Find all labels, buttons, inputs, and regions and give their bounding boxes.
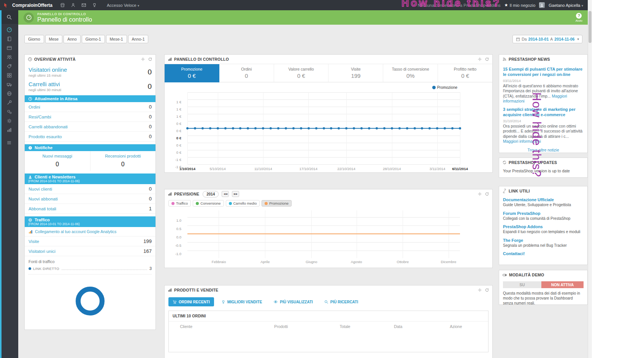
stat-link[interactable]: Visite	[29, 239, 39, 244]
useful-link[interactable]: Documentazione Ufficiale	[503, 197, 584, 202]
metric-tab-profitto-netto[interactable]: Profitto netto0 €	[438, 64, 492, 82]
news-articles: 15 Esempi di pulsanti CTA per stimolare …	[499, 67, 587, 144]
sidebar-item-stats[interactable]	[0, 125, 18, 134]
customers-rows: Nuovi clienti 0 Nuovi abbonati 0 Abbonat…	[25, 184, 155, 214]
legend-toggle[interactable]: Conversione	[193, 200, 224, 207]
stat-link[interactable]: Resi/Cambi	[29, 115, 51, 119]
legend-toggle[interactable]: Traffico	[168, 200, 191, 207]
useful-links-panel: LINK UTILI Documentazione Ufficiale Guid…	[499, 186, 588, 265]
sidebar-item-administration[interactable]	[0, 116, 18, 125]
stat-link[interactable]: Visitatori unici	[29, 249, 56, 254]
date-range-picker[interactable]: Da2014-10-01 A2014-11-06 ▾	[512, 35, 582, 43]
demo-description: Questa modalità mostra dei dati di esemp…	[499, 291, 587, 305]
sidebar-item-orders[interactable]	[0, 43, 18, 52]
metric-tab-tasso-conversione[interactable]: Tasso di conversione0%	[383, 64, 438, 82]
range-button[interactable]: Giorno-1	[82, 35, 105, 43]
customer-icon[interactable]	[71, 3, 76, 8]
stat-value: 199	[143, 238, 152, 244]
next-period-button[interactable]: ▶▶	[232, 191, 239, 197]
vertical-scrollbar[interactable]	[588, 0, 592, 358]
sidebar-item-price-rules[interactable]	[0, 62, 18, 71]
tab-piu-ricercati[interactable]: PIÙ RICERCATI	[320, 297, 362, 306]
sidebar-collapse-toggle[interactable]	[0, 138, 18, 147]
user-menu[interactable]: Gaetano Apicella▾	[549, 3, 583, 8]
panel-refresh-icon[interactable]	[148, 57, 152, 62]
stat-link[interactable]: Ordini	[29, 105, 40, 109]
shop-icon[interactable]	[60, 3, 65, 8]
metric-tab-promozione[interactable]: Promozione0 €	[165, 64, 219, 82]
panel-settings-icon[interactable]	[141, 57, 145, 62]
legend-dot	[432, 86, 436, 89]
notification-link[interactable]: Nuovi messaggi	[25, 154, 90, 158]
quick-access-menu[interactable]: Accesso Veloce▾	[107, 3, 139, 8]
stat-link[interactable]: Prodotto esaurito	[29, 134, 62, 139]
panel-settings-icon[interactable]	[477, 192, 482, 196]
demo-on-button[interactable]: SU	[503, 281, 541, 288]
sidebar-item-customers[interactable]	[0, 52, 18, 62]
tab-ordini-recenti[interactable]: ORDINI RECENTI	[168, 297, 214, 306]
messages-icon[interactable]	[81, 3, 86, 8]
y-axis-tick: 0 €	[176, 150, 181, 155]
useful-link[interactable]: Contattaci!	[503, 251, 584, 256]
range-button[interactable]: Mese	[45, 35, 63, 43]
stat-link[interactable]: Nuovi abbonati	[29, 197, 58, 201]
metric-tab-ordini[interactable]: Ordini0	[219, 64, 274, 82]
sidebar-item-modules[interactable]	[0, 71, 18, 80]
more-news-link[interactable]: Trova altre notizie	[499, 144, 587, 153]
notification-link[interactable]: Recensioni prodotti	[90, 154, 156, 158]
metric-tab-visite[interactable]: Visite199	[328, 64, 383, 82]
sidebar-item-advanced-parameters[interactable]	[0, 107, 18, 116]
clock-icon	[28, 97, 32, 101]
year-selector[interactable]: 2014	[203, 191, 219, 197]
metric-tab-valore-carrello[interactable]: Valore carrello0 €	[274, 64, 329, 82]
useful-links-list: Documentazione Ufficiale Guide Utente, S…	[499, 196, 587, 258]
news-article-link[interactable]: 3 semplici strategie di marketing per ac…	[503, 107, 584, 118]
panel-refresh-icon[interactable]	[485, 288, 489, 292]
legend-toggle[interactable]: Carrello medio	[226, 200, 260, 207]
range-button[interactable]: Giorno	[24, 35, 44, 43]
stat-link[interactable]: Nuovi clienti	[29, 187, 52, 191]
demo-off-button[interactable]: NON ATTIVA	[541, 281, 584, 288]
range-button[interactable]: Mese-1	[106, 35, 127, 43]
avatar[interactable]	[539, 2, 545, 8]
scrollbar-thumb[interactable]	[588, 11, 592, 43]
panel-refresh-icon[interactable]	[485, 57, 489, 62]
sidebar-item-shipping[interactable]	[0, 80, 18, 89]
trophy-icon[interactable]	[92, 3, 97, 8]
tab-piu-visualizzati[interactable]: PIÙ VISUALIZZATI	[269, 297, 317, 306]
useful-link[interactable]: The Forge	[503, 238, 584, 243]
addons-connection-status[interactable]: Nessuna connessione a PrestaShop Addons	[411, 3, 501, 8]
my-shop-link[interactable]: ★ Il mio negozio	[504, 3, 536, 8]
previous-period-button[interactable]: ◀◀	[222, 191, 229, 197]
stat-link[interactable]: Carrelli abbandonati	[29, 125, 68, 129]
useful-link[interactable]: Forum PrestaShop	[503, 211, 584, 216]
y-axis-tick: 0 €	[176, 121, 181, 126]
online-visitors-link[interactable]: Visitatori online	[29, 66, 67, 73]
read-more-link[interactable]: Maggiori informazioni	[503, 139, 541, 144]
sidebar-item-catalog[interactable]	[0, 34, 18, 43]
search-icon[interactable]	[0, 10, 18, 24]
google-analytics-link[interactable]: Collegamento al tuo account Google Analy…	[25, 227, 155, 237]
brand[interactable]: CompraloinOfferta	[12, 3, 52, 8]
tab-migliori-vendite[interactable]: MIGLIORI VENDITE	[217, 297, 266, 306]
stat-link[interactable]: Abbonati totali	[29, 207, 56, 211]
chart-legend[interactable]: Promozione	[432, 85, 457, 90]
active-carts-row: Carrelli attivi negli ultimi 30 minuti 0	[25, 78, 155, 93]
y-axis-tick: 0.0	[176, 235, 181, 239]
sidebar-item-localization[interactable]	[0, 89, 18, 98]
y-axis-tick: 1 €	[176, 100, 181, 104]
legend-toggle[interactable]: Promozione	[262, 200, 292, 207]
sidebar-item-preferences[interactable]	[0, 98, 18, 107]
panel-refresh-icon[interactable]	[485, 192, 489, 196]
panel-settings-icon[interactable]	[477, 57, 482, 62]
x-axis-tick: 6/11/2014	[452, 167, 468, 171]
range-button[interactable]: Anno-1	[128, 35, 149, 43]
news-article-link[interactable]: 15 Esempi di pulsanti CTA per stimolare …	[503, 67, 584, 77]
sidebar-item-dashboard[interactable]	[0, 25, 18, 34]
panel-settings-icon[interactable]	[477, 288, 482, 292]
help-button[interactable]: ? Aiuto	[576, 13, 582, 22]
useful-link[interactable]: PrestaShop Addons	[503, 224, 584, 229]
active-carts-link[interactable]: Carrelli attivi	[29, 81, 61, 87]
y-axis-tick: -1 €	[175, 172, 181, 173]
range-button[interactable]: Anno	[63, 35, 81, 43]
